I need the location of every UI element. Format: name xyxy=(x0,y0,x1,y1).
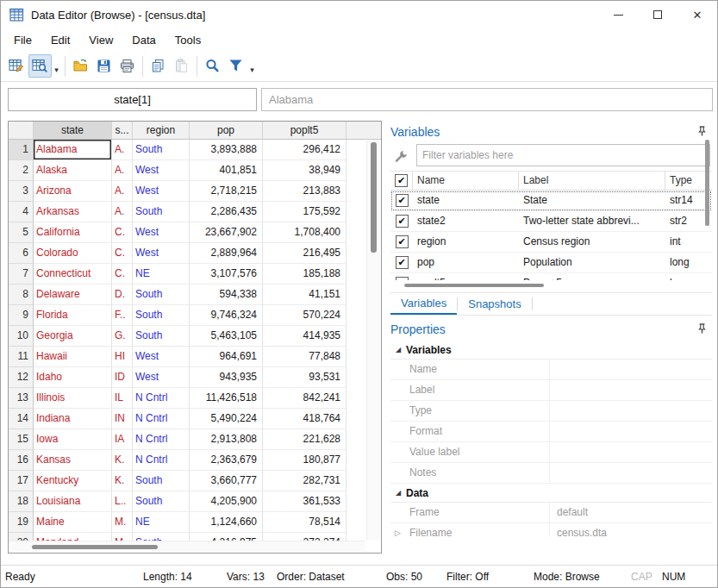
grid-horizontal-scrollbar[interactable] xyxy=(9,541,365,552)
grid-cell-state2[interactable]: M. xyxy=(112,512,133,533)
grid-cell-poplt5[interactable]: 842,241 xyxy=(263,388,347,409)
variables-horizontal-scrollbar-thumb[interactable] xyxy=(404,284,544,287)
grid-cell-state[interactable]: Maine xyxy=(34,512,112,533)
variable-row[interactable]: ✔stateStatestr14 xyxy=(390,191,712,211)
cell-value-input[interactable] xyxy=(261,88,713,111)
grid-cell-poplt5[interactable]: 93,531 xyxy=(263,367,347,388)
open-file-button[interactable] xyxy=(69,54,92,78)
row-number[interactable]: 12 xyxy=(9,367,34,388)
grid-cell-state2[interactable]: A. xyxy=(112,202,133,222)
grid-cell-poplt5[interactable]: 78,514 xyxy=(263,512,347,533)
column-header-poplt5[interactable]: poplt5 xyxy=(263,122,347,139)
grid-cell-region[interactable]: South xyxy=(133,202,190,222)
grid-cell-region[interactable]: South xyxy=(133,491,190,512)
grid-cell-pop[interactable]: 3,660,777 xyxy=(190,471,263,491)
data-editor-browse-button[interactable] xyxy=(28,54,52,78)
grid-cell-pop[interactable]: 2,363,679 xyxy=(190,450,263,471)
grid-vertical-scrollbar[interactable] xyxy=(366,141,380,540)
grid-cell-pop[interactable]: 4,205,900 xyxy=(190,491,263,512)
grid-cell-region[interactable]: South xyxy=(133,140,190,160)
grid-cell-pop[interactable]: 9,746,324 xyxy=(190,305,263,326)
grid-cell-region[interactable]: South xyxy=(133,326,190,347)
row-number[interactable]: 17 xyxy=(9,471,34,491)
grid-cell-region[interactable]: West xyxy=(133,181,190,202)
column-header-pop[interactable]: pop xyxy=(190,122,263,139)
grid-cell-state2[interactable]: F.. xyxy=(112,305,133,326)
grid-cell-poplt5[interactable]: 361,533 xyxy=(263,491,347,512)
tab-snapshots[interactable]: Snapshots xyxy=(458,293,531,315)
grid-cell-poplt5[interactable]: 296,412 xyxy=(263,140,347,160)
grid-cell-state[interactable]: Kansas xyxy=(34,450,112,471)
grid-cell-region[interactable]: West xyxy=(133,222,190,243)
expand-arrow-icon[interactable]: ▷ xyxy=(395,523,401,537)
grid-cell-state[interactable]: Illinois xyxy=(34,388,112,409)
grid-cell-pop[interactable]: 2,286,435 xyxy=(190,202,263,222)
grid-cell-poplt5[interactable]: 1,708,400 xyxy=(263,222,347,243)
variable-checkbox[interactable]: ✔ xyxy=(390,235,413,248)
row-number[interactable]: 15 xyxy=(9,429,34,450)
tab-variables[interactable]: Variables xyxy=(390,293,457,315)
grid-cell-state2[interactable]: ID xyxy=(112,367,133,388)
grid-cell-region[interactable]: N Cntrl xyxy=(133,429,190,450)
grid-cell-state[interactable]: Delaware xyxy=(34,285,112,305)
grid-cell-pop[interactable]: 2,913,808 xyxy=(190,429,263,450)
find-button[interactable] xyxy=(201,54,224,78)
menu-item-file[interactable]: File xyxy=(4,31,41,49)
print-button[interactable] xyxy=(116,54,139,78)
menu-item-data[interactable]: Data xyxy=(122,31,165,49)
variable-label[interactable]: Two-letter state abbrevi... xyxy=(519,211,665,231)
variables-column-header-label[interactable]: Label xyxy=(519,172,665,190)
maximize-icon[interactable] xyxy=(638,1,677,28)
filter-dropdown-icon[interactable]: ▾ xyxy=(247,59,257,74)
variable-name[interactable]: region xyxy=(413,232,519,252)
column-header-s...[interactable]: s... xyxy=(112,122,133,139)
grid-cell-pop[interactable]: 943,935 xyxy=(190,367,263,388)
variable-name[interactable]: state xyxy=(413,191,519,210)
grid-cell-region[interactable]: West xyxy=(133,347,190,367)
grid-cell-state[interactable]: Kentucky xyxy=(34,471,112,491)
grid-cell-region[interactable]: West xyxy=(133,367,190,388)
data-editor-edit-button[interactable] xyxy=(5,54,28,78)
grid-cell-pop[interactable]: 3,893,888 xyxy=(190,140,263,160)
grid-cell-state2[interactable]: C. xyxy=(112,264,133,285)
column-header-region[interactable]: region xyxy=(133,122,190,139)
grid-cell-region[interactable]: South xyxy=(133,471,190,491)
grid-cell-state2[interactable]: A. xyxy=(112,181,133,202)
variable-label[interactable]: Census region xyxy=(519,232,665,252)
grid-cell-state[interactable]: Connecticut xyxy=(34,264,112,285)
grid-cell-state[interactable]: Louisiana xyxy=(34,491,112,512)
row-number[interactable]: 4 xyxy=(9,202,34,222)
row-number[interactable]: 2 xyxy=(9,160,34,181)
grid-cell-poplt5[interactable]: 216,495 xyxy=(263,243,347,264)
row-number[interactable]: 18 xyxy=(9,491,34,512)
grid-cell-state[interactable]: Iowa xyxy=(34,429,112,450)
row-number[interactable]: 10 xyxy=(9,326,34,347)
group-expanded-icon[interactable]: ◢ xyxy=(390,489,406,497)
property-group-data[interactable]: ◢Data xyxy=(390,484,712,503)
variable-row[interactable]: ✔popPopulationlong xyxy=(390,253,712,273)
checkbox-checked-icon[interactable]: ✔ xyxy=(396,235,409,248)
grid-horizontal-scrollbar-thumb[interactable] xyxy=(32,545,158,549)
row-number[interactable]: 16 xyxy=(9,450,34,471)
grid-cell-poplt5[interactable]: 77,848 xyxy=(263,347,347,367)
grid-cell-state2[interactable]: A. xyxy=(112,140,133,160)
grid-cell-state[interactable]: Georgia xyxy=(34,326,112,347)
grid-cell-pop[interactable]: 2,718,215 xyxy=(190,181,263,202)
grid-cell-poplt5[interactable]: 175,592 xyxy=(263,202,347,222)
row-number[interactable]: 11 xyxy=(9,347,34,367)
grid-cell-pop[interactable]: 23,667,902 xyxy=(190,222,263,243)
variable-row[interactable]: ✔regionCensus regionint xyxy=(390,232,712,253)
grid-cell-state2[interactable]: A. xyxy=(112,160,133,181)
variable-name[interactable]: poplt5 xyxy=(413,273,519,280)
row-number[interactable]: 7 xyxy=(9,264,34,285)
row-number[interactable]: 1 xyxy=(9,140,34,160)
grid-cell-pop[interactable]: 594,338 xyxy=(190,285,263,305)
row-number[interactable]: 6 xyxy=(9,243,34,264)
grid-cell-state2[interactable]: D. xyxy=(112,285,133,305)
checkbox-checked-icon[interactable]: ✔ xyxy=(396,194,409,207)
cell-reference-input[interactable] xyxy=(8,88,257,111)
variable-name[interactable]: pop xyxy=(413,253,519,272)
grid-cell-poplt5[interactable]: 282,731 xyxy=(263,471,347,491)
grid-cell-state2[interactable]: IL xyxy=(112,388,133,409)
pin-icon[interactable] xyxy=(696,322,709,335)
